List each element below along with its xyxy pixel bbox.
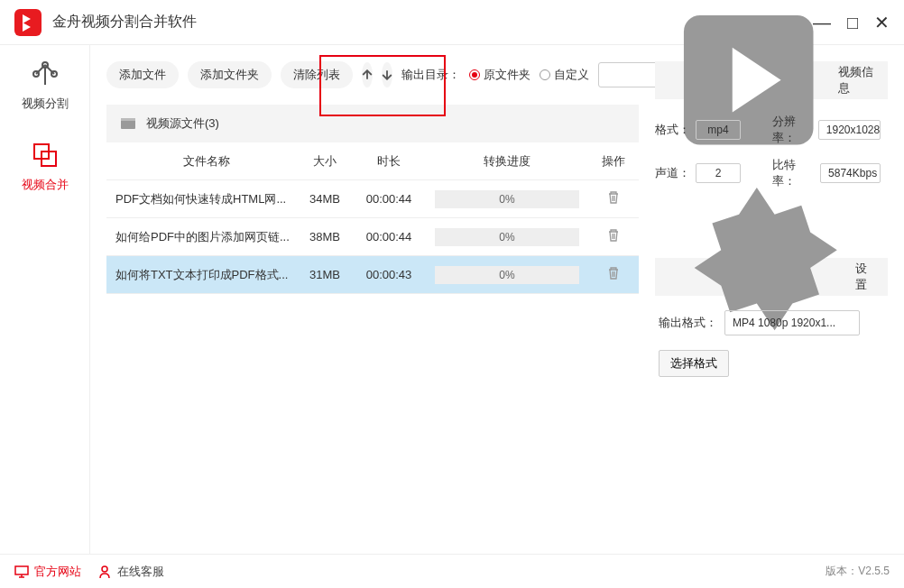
support-icon <box>97 565 112 579</box>
cell-dur: 00:00:44 <box>352 192 426 206</box>
sidebar: 视频分割 视频合并 <box>0 45 90 554</box>
add-folder-button[interactable]: 添加文件夹 <box>188 61 272 88</box>
progress-bar: 0% <box>435 228 579 246</box>
resolution-value: 1920x1028 <box>818 120 881 140</box>
move-up-button[interactable] <box>362 62 373 87</box>
sidebar-split-label: 视频分割 <box>22 96 69 112</box>
choose-format-button[interactable]: 选择格式 <box>659 350 729 377</box>
radio-dot-icon <box>469 69 480 80</box>
close-icon[interactable]: ✕ <box>874 14 890 32</box>
split-icon <box>31 60 60 88</box>
film-icon <box>119 115 137 133</box>
official-site-link[interactable]: 官方网站 <box>14 564 81 580</box>
channel-label: 声道： <box>655 165 690 181</box>
cell-size: 34MB <box>298 192 352 206</box>
radio-dot-icon <box>540 69 550 80</box>
output-format-label: 输出格式： <box>659 315 717 331</box>
merge-icon <box>31 141 60 170</box>
source-panel-header: 视频源文件(3) <box>106 105 639 142</box>
radio-source-folder[interactable]: 原文件夹 <box>469 67 530 83</box>
move-down-button[interactable] <box>382 62 392 87</box>
table-row[interactable]: PDF文档如何快速转成HTML网... 34MB 00:00:44 0% <box>106 180 639 218</box>
arrow-up-icon <box>362 69 373 80</box>
svg-line-6 <box>45 65 54 74</box>
settings-title: 设置 <box>855 261 875 293</box>
online-service-link[interactable]: 在线客服 <box>97 564 164 580</box>
radio-custom-folder[interactable]: 自定义 <box>540 67 589 83</box>
video-info-header: 视频信息 <box>655 61 888 99</box>
clear-list-button[interactable]: 清除列表 <box>281 61 353 88</box>
sidebar-item-split[interactable]: 视频分割 <box>0 45 89 126</box>
trash-icon <box>606 228 621 243</box>
channel-value: 2 <box>696 163 741 183</box>
table-header: 文件名称 大小 时长 转换进度 操作 <box>106 142 639 180</box>
online-service-label: 在线客服 <box>117 564 164 580</box>
cell-dur: 00:00:44 <box>352 230 426 243</box>
output-dir-label: 输出目录： <box>401 67 460 83</box>
monitor-icon <box>14 565 29 578</box>
svg-rect-11 <box>121 118 135 121</box>
cell-name: 如何将TXT文本打印成PDF格式... <box>106 267 298 283</box>
table-row[interactable]: 如何给PDF中的图片添加网页链... 38MB 00:00:44 0% <box>106 218 639 256</box>
cell-size: 38MB <box>298 230 352 243</box>
delete-row-button[interactable] <box>606 270 621 283</box>
cell-name: 如何给PDF中的图片添加网页链... <box>106 229 298 245</box>
maximize-icon[interactable]: □ <box>847 14 858 32</box>
footer: 官方网站 在线客服 版本：V2.5.5 <box>0 554 904 588</box>
official-site-label: 官方网站 <box>34 564 81 580</box>
bitrate-value: 5874Kbps <box>820 163 881 183</box>
app-title: 金舟视频分割合并软件 <box>52 13 695 32</box>
delete-row-button[interactable] <box>606 232 621 245</box>
toolbar: 添加文件 添加文件夹 清除列表 输出目录： 原文件夹 自定义 合并 <box>106 61 639 88</box>
video-info-title: 视频信息 <box>838 64 875 96</box>
cell-name: PDF文档如何快速转成HTML网... <box>106 191 298 207</box>
col-prog: 转换进度 <box>426 153 588 170</box>
progress-bar: 0% <box>435 190 579 208</box>
col-dur: 时长 <box>352 153 426 170</box>
arrow-down-icon <box>382 69 392 80</box>
settings-header: 设置 <box>655 258 888 296</box>
trash-icon <box>606 190 621 205</box>
svg-point-17 <box>102 566 107 572</box>
app-logo-icon <box>14 9 42 36</box>
version-label: 版本：V2.5.5 <box>826 564 890 579</box>
output-format-select[interactable]: MP4 1080p 1920x1... <box>724 310 860 335</box>
cell-size: 31MB <box>298 268 352 281</box>
sidebar-item-merge[interactable]: 视频合并 <box>0 126 89 207</box>
trash-icon <box>606 266 621 280</box>
col-size: 大小 <box>298 153 352 170</box>
col-name: 文件名称 <box>106 153 298 170</box>
sidebar-merge-label: 视频合并 <box>22 177 69 193</box>
format-label: 格式： <box>655 122 690 138</box>
resolution-label: 分辨率： <box>772 114 813 146</box>
bitrate-label: 比特率： <box>772 157 815 189</box>
source-title: 视频源文件(3) <box>146 115 219 132</box>
progress-bar: 0% <box>435 266 579 284</box>
table-row[interactable]: 如何将TXT文本打印成PDF格式... 31MB 00:00:43 0% <box>106 256 639 294</box>
cell-dur: 00:00:43 <box>352 268 426 281</box>
delete-row-button[interactable] <box>606 194 621 207</box>
svg-rect-14 <box>15 566 28 574</box>
format-value: mp4 <box>696 120 741 140</box>
svg-line-5 <box>36 65 45 74</box>
add-file-button[interactable]: 添加文件 <box>106 61 179 88</box>
col-op: 操作 <box>588 153 639 170</box>
